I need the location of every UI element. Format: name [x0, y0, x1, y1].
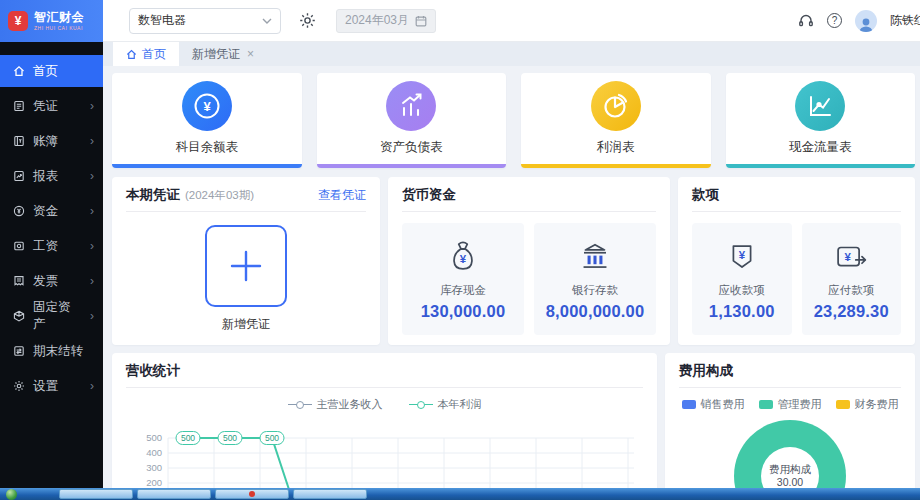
- sidebar-item-invoice[interactable]: 发票 ›: [0, 265, 103, 297]
- calendar-icon: [415, 15, 427, 27]
- panel-title: 款项: [692, 186, 719, 204]
- card-subject-balance[interactable]: ¥ 科目余额表: [112, 73, 302, 168]
- payable-arrow-icon: ¥: [830, 237, 872, 279]
- app-icon: [249, 491, 255, 497]
- sidebar-item-fixed-assets[interactable]: 固定资产 ›: [0, 300, 103, 332]
- svg-text:500: 500: [181, 433, 195, 443]
- view-vouchers-link[interactable]: 查看凭证: [318, 187, 366, 204]
- report-cards: ¥ 科目余额表 资产负债表 利润表: [112, 73, 915, 168]
- svg-text:400: 400: [146, 447, 162, 458]
- add-voucher-label: 新增凭证: [222, 316, 270, 333]
- card-profit[interactable]: 利润表: [521, 73, 711, 168]
- sidebar-item-period-closing[interactable]: 期末结转: [0, 335, 103, 367]
- svg-text:500: 500: [223, 433, 237, 443]
- sidebar-item-settings[interactable]: 设置 ›: [0, 370, 103, 402]
- bar-chart-icon: [386, 81, 436, 131]
- avatar[interactable]: [855, 10, 877, 32]
- tab-new-voucher-label: 新增凭证: [192, 46, 240, 63]
- legend-main-revenue[interactable]: 主营业务收入: [288, 397, 383, 412]
- current-voucher-panel: 本期凭证 (2024年03期) 查看凭证 新增凭证: [112, 177, 380, 345]
- taskbar-app-button[interactable]: [293, 489, 367, 499]
- fixed-assets-icon: [13, 310, 25, 322]
- monetary-funds-panel: 货币资金 ¥ 库存现金 130,000.00: [388, 177, 670, 345]
- username[interactable]: 陈铁红: [890, 12, 920, 29]
- stat-amount: 8,000,000.00: [546, 302, 645, 321]
- gear-icon: [13, 380, 25, 392]
- receivable-shield-icon: ¥: [721, 237, 763, 279]
- svg-text:200: 200: [146, 477, 162, 488]
- legend-swatch-icon: [836, 400, 850, 409]
- legend-finance-expense[interactable]: 财务费用: [836, 397, 899, 412]
- sidebar-item-ledger[interactable]: 账簿 ›: [0, 125, 103, 157]
- line-marker-icon: [288, 401, 312, 409]
- plus-icon: [225, 245, 267, 287]
- start-button-icon[interactable]: [6, 489, 17, 500]
- chevron-right-icon: ›: [90, 170, 94, 182]
- panel-title: 费用构成: [679, 362, 733, 380]
- close-icon[interactable]: ×: [247, 47, 254, 61]
- help-icon[interactable]: ?: [827, 13, 842, 28]
- sidebar-item-voucher[interactable]: 凭证 ›: [0, 90, 103, 122]
- tabbar: 首页 新增凭证 ×: [103, 42, 920, 66]
- bank-icon: [574, 237, 616, 279]
- ledger-icon: [13, 135, 25, 147]
- card-label: 科目余额表: [176, 139, 239, 156]
- tab-new-voucher[interactable]: 新增凭证 ×: [179, 42, 267, 66]
- stat-amount: 23,289.30: [814, 302, 889, 321]
- period-value: 2024年03月: [345, 12, 409, 29]
- chevron-right-icon: ›: [90, 275, 94, 287]
- panel-period: (2024年03期): [185, 188, 254, 203]
- app-window: ¥ 智汇财会 ZHI HUI CAI KUAI 数智电器 2024年03月: [0, 0, 920, 500]
- donut-center-label: 费用构成: [769, 463, 811, 476]
- svg-text:¥: ¥: [203, 99, 211, 114]
- payments-panel: 款项 ¥ 应收款项 1,130.00: [678, 177, 915, 345]
- topbar-right: ? 陈铁红: [798, 10, 920, 32]
- legend-year-profit[interactable]: 本年利润: [409, 397, 482, 412]
- stat-label: 库存现金: [440, 283, 486, 298]
- legend-selling-expense[interactable]: 销售费用: [682, 397, 745, 412]
- card-cashflow[interactable]: 现金流量表: [726, 73, 916, 168]
- taskbar-app-button[interactable]: [215, 489, 289, 499]
- legend-admin-expense[interactable]: 管理费用: [759, 397, 822, 412]
- svg-text:¥: ¥: [739, 249, 746, 261]
- app-subtitle: ZHI HUI CAI KUAI: [34, 25, 84, 31]
- stat-amount: 130,000.00: [421, 302, 506, 321]
- funds-icon: [13, 205, 25, 217]
- expense-composition-panel: 费用构成 销售费用 管理费用 财务费用: [665, 353, 915, 500]
- company-selector-value: 数智电器: [138, 12, 186, 29]
- gear-icon[interactable]: [299, 12, 316, 29]
- chevron-right-icon: ›: [90, 310, 94, 322]
- closing-icon: [13, 345, 25, 357]
- panel-title: 营收统计: [126, 362, 180, 380]
- tab-home[interactable]: 首页: [113, 42, 179, 66]
- chevron-right-icon: ›: [90, 240, 94, 252]
- taskbar-app-button[interactable]: [59, 489, 133, 499]
- legend-swatch-icon: [682, 400, 696, 409]
- sidebar-item-home[interactable]: 首页: [0, 55, 103, 87]
- svg-text:¥: ¥: [845, 251, 852, 263]
- sidebar-item-report[interactable]: 报表 ›: [0, 160, 103, 192]
- app-title: 智汇财会: [34, 11, 84, 25]
- panel-title: 本期凭证: [126, 186, 180, 204]
- chevron-right-icon: ›: [90, 380, 94, 392]
- windows-taskbar[interactable]: [0, 488, 920, 500]
- chevron-down-icon: [262, 18, 272, 24]
- company-selector[interactable]: 数智电器: [129, 8, 281, 34]
- card-label: 现金流量表: [789, 139, 852, 156]
- pie-legend: 销售费用 管理费用 财务费用: [679, 397, 901, 412]
- sidebar-item-salary[interactable]: 工资 ›: [0, 230, 103, 262]
- taskbar-app-button[interactable]: [137, 489, 211, 499]
- salary-icon: [13, 240, 25, 252]
- legend-swatch-icon: [759, 400, 773, 409]
- chevron-right-icon: ›: [90, 100, 94, 112]
- sidebar-item-funds[interactable]: 资金 ›: [0, 195, 103, 227]
- card-balance-sheet[interactable]: 资产负债表: [317, 73, 507, 168]
- period-picker[interactable]: 2024年03月: [336, 9, 436, 33]
- revenue-stats-panel: 营收统计 主营业务收入 本年利润: [112, 353, 657, 500]
- add-voucher-button[interactable]: [205, 225, 287, 307]
- app-logo: ¥ 智汇财会 ZHI HUI CAI KUAI: [0, 0, 103, 42]
- invoice-icon: [13, 275, 25, 287]
- receivable-stat: ¥ 应收款项 1,130.00: [692, 223, 792, 335]
- topbar: 数智电器 2024年03月: [103, 0, 920, 42]
- headset-icon[interactable]: [798, 13, 814, 28]
